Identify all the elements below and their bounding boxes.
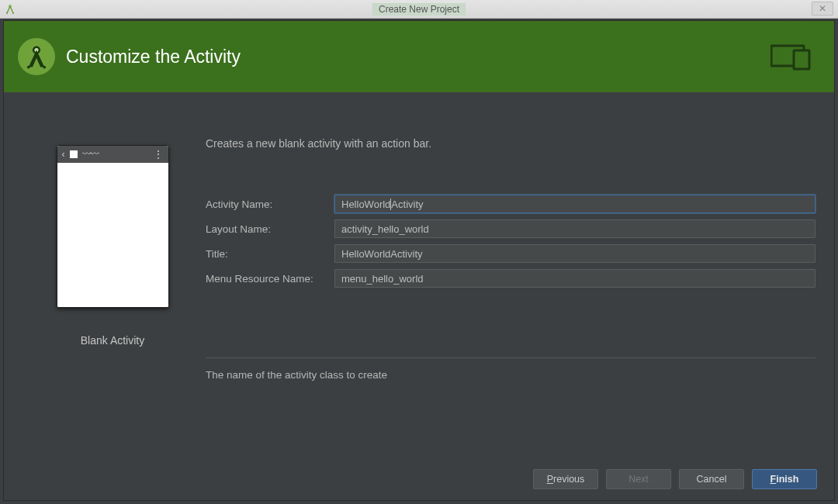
banner-title: Customize the Activity <box>66 47 241 67</box>
button-bar: Previous Next Cancel Finish <box>4 458 834 500</box>
layout-name-label: Layout Name: <box>206 223 334 235</box>
next-button[interactable]: Next <box>606 469 671 489</box>
svg-point-5 <box>27 66 30 69</box>
activity-name-label: Activity Name: <box>206 198 334 210</box>
input-text: menu_hello_world <box>341 273 424 285</box>
finish-button[interactable]: Finish <box>752 469 817 489</box>
input-text-pre: HelloWorld <box>341 198 390 210</box>
svg-rect-8 <box>794 50 809 69</box>
template-caption: Blank Activity <box>81 334 144 347</box>
title-placeholder-icon: 〰〰 <box>82 149 98 160</box>
content-area: ‹ 〰〰 ⋮ Blank Activity Creates a new blan… <box>4 92 834 458</box>
separator <box>206 357 815 358</box>
input-text-post: Activity <box>391 198 423 210</box>
form-column: Creates a new blank activity with an act… <box>206 106 819 458</box>
menu-resource-label: Menu Resource Name: <box>206 273 334 285</box>
app-icon-placeholder <box>70 150 78 158</box>
template-preview: ‹ 〰〰 ⋮ <box>57 145 169 308</box>
title-label: Title: <box>206 248 334 260</box>
device-preview-icon <box>770 43 811 71</box>
overflow-menu-icon: ⋮ <box>153 149 164 160</box>
android-studio-logo-icon <box>18 38 55 75</box>
cancel-button[interactable]: Cancel <box>679 469 744 489</box>
android-studio-icon <box>5 3 16 16</box>
svg-point-2 <box>12 12 14 14</box>
preview-actionbar: ‹ 〰〰 ⋮ <box>57 146 168 163</box>
banner: Customize the Activity <box>4 21 834 92</box>
menu-resource-input[interactable]: menu_hello_world <box>334 269 815 288</box>
preview-body <box>57 163 168 307</box>
back-chevron-icon: ‹ <box>62 149 65 160</box>
layout-name-input[interactable]: activity_hello_world <box>334 219 815 238</box>
activity-name-input[interactable]: HelloWorldActivity <box>334 195 815 213</box>
input-text: HelloWorldActivity <box>341 248 423 260</box>
svg-point-1 <box>6 12 8 14</box>
input-text: activity_hello_world <box>341 223 429 235</box>
title-input[interactable]: HelloWorldActivity <box>334 244 815 263</box>
field-helper-text: The name of the activity class to create <box>206 369 815 381</box>
dialog-frame: Customize the Activity ‹ 〰〰 ⋮ Blank Acti… <box>3 20 835 501</box>
window-titlebar: Create New Project ✕ <box>0 0 838 19</box>
mnemonic: P <box>547 474 553 485</box>
previous-button[interactable]: Previous <box>533 469 598 489</box>
window-title: Create New Project <box>372 3 466 16</box>
svg-point-6 <box>43 66 46 69</box>
template-preview-column: ‹ 〰〰 ⋮ Blank Activity <box>19 106 206 458</box>
window-close-button[interactable]: ✕ <box>812 2 833 16</box>
template-description: Creates a new blank activity with an act… <box>206 137 815 150</box>
